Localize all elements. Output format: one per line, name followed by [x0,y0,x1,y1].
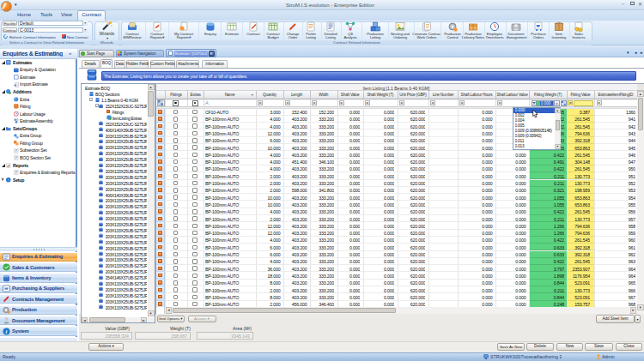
svg-text:i: i [5,328,7,334]
svg-text:i: i [8,177,9,182]
